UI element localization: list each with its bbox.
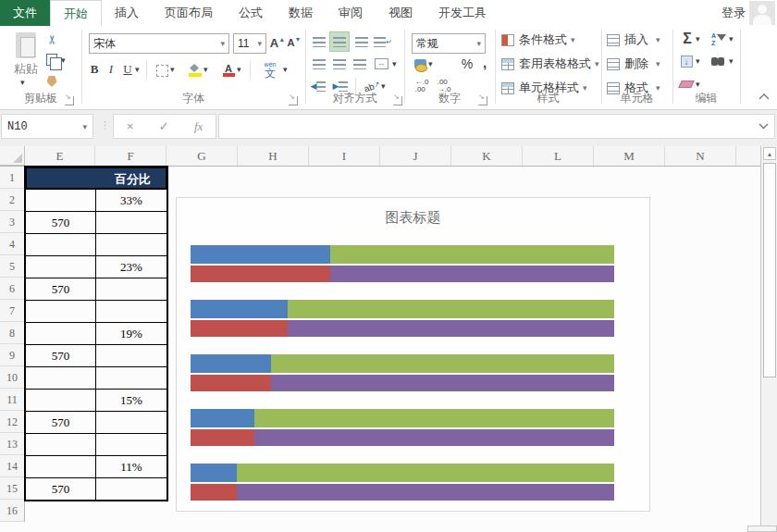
format-painter-button[interactable]	[43, 74, 61, 89]
bar-red-cat5[interactable]	[191, 484, 237, 501]
bar-green-cat4[interactable]	[254, 409, 614, 427]
font-name-combo[interactable]: 宋体▾	[89, 33, 229, 54]
formula-input[interactable]	[218, 114, 775, 139]
bar-blue-cat5[interactable]	[191, 464, 237, 482]
chart-title[interactable]: 图表标题	[177, 209, 649, 227]
row-header-11[interactable]: 11	[0, 389, 25, 411]
chart-object[interactable]: 图表标题	[176, 197, 650, 512]
column-header-K[interactable]: K	[451, 146, 523, 166]
phonetic-dropdown-arrow[interactable]: ▾	[283, 65, 288, 74]
bar-red-cat1[interactable]	[191, 266, 330, 282]
cell-E9[interactable]: 570	[25, 344, 96, 367]
accounting-format-button[interactable]	[413, 57, 427, 70]
column-header-M[interactable]: M	[594, 146, 665, 166]
cell-F2[interactable]: 33%	[95, 189, 167, 212]
merge-center-button[interactable]: ↔	[372, 56, 390, 72]
number-dialog-launcher[interactable]	[478, 96, 487, 105]
name-box-dropdown-arrow[interactable]: ▾	[82, 122, 87, 131]
bar-blue-cat1[interactable]	[191, 245, 330, 264]
fill-color-button[interactable]	[187, 62, 204, 79]
row-header-5[interactable]: 5	[0, 255, 25, 278]
sort-filter-button[interactable]: AZ	[709, 31, 729, 47]
cell-F4[interactable]	[95, 233, 167, 256]
tab-data[interactable]: 数据	[276, 0, 326, 26]
row-header-15[interactable]: 15	[0, 477, 25, 500]
row-header-16[interactable]: 16	[0, 500, 25, 522]
borders-button[interactable]	[154, 63, 170, 78]
cell-F12[interactable]	[95, 411, 167, 434]
scroll-up-arrow[interactable]: ▲	[763, 147, 776, 160]
bar-green-cat5[interactable]	[237, 464, 614, 482]
tab-formulas[interactable]: 公式	[226, 0, 276, 26]
paste-dropdown-arrow[interactable]: ▾	[20, 78, 25, 87]
bar-blue-cat4[interactable]	[191, 409, 254, 427]
row-header-2[interactable]: 2	[0, 189, 25, 211]
sign-in-link[interactable]: 登录	[722, 0, 746, 26]
sort-filter-dropdown-arrow[interactable]: ▾	[729, 34, 734, 43]
align-middle-button-selected[interactable]	[329, 31, 350, 52]
cell-E14[interactable]	[25, 455, 96, 478]
cell-E8[interactable]	[25, 322, 96, 345]
column-header-J[interactable]: J	[380, 146, 451, 166]
row-header-6[interactable]: 6	[0, 278, 25, 300]
cell-E7[interactable]	[25, 300, 96, 323]
cell-F7[interactable]	[95, 300, 167, 323]
tab-insert[interactable]: 插入	[102, 0, 152, 26]
merge-dropdown-arrow[interactable]: ▾	[392, 59, 397, 68]
bar-blue-cat2[interactable]	[191, 300, 288, 318]
find-dropdown-arrow[interactable]: ▾	[729, 56, 734, 66]
alignment-dialog-launcher[interactable]	[393, 96, 402, 105]
row-header-1[interactable]: 1	[0, 167, 25, 189]
cell-E12[interactable]: 570	[25, 411, 96, 434]
clipboard-dialog-launcher[interactable]	[65, 96, 74, 105]
bar-purple-cat5[interactable]	[237, 484, 614, 501]
bar-green-cat1[interactable]	[330, 245, 614, 264]
insert-cells-button[interactable]: 插入▾	[607, 31, 668, 48]
cell-F10[interactable]	[95, 366, 167, 390]
underline-button[interactable]: U	[120, 61, 135, 78]
tab-file[interactable]: 文件	[0, 0, 50, 26]
expand-formula-bar-chevron-icon[interactable]	[758, 123, 769, 130]
account-avatar-icon[interactable]	[749, 1, 775, 25]
cell-F13[interactable]	[95, 433, 167, 456]
format-as-table-button[interactable]: 套用表格格式▾	[501, 56, 599, 72]
fill-button[interactable]: ↓	[678, 54, 695, 68]
clear-dropdown-arrow[interactable]: ▾	[696, 80, 700, 89]
copy-dropdown-arrow[interactable]: ▾	[61, 56, 66, 65]
align-center-button[interactable]	[331, 56, 348, 72]
paste-button[interactable]	[7, 30, 44, 61]
row-header-14[interactable]: 14	[0, 455, 25, 477]
cell-F3[interactable]	[95, 211, 167, 234]
cell-F14[interactable]: 11%	[95, 455, 167, 478]
bar-purple-cat2[interactable]	[288, 320, 614, 337]
bar-red-cat2[interactable]	[191, 320, 288, 337]
cell-F8[interactable]: 19%	[95, 322, 167, 345]
tab-developer[interactable]: 开发工具	[426, 0, 500, 26]
row-header-3[interactable]: 3	[0, 211, 25, 233]
row-header-4[interactable]: 4	[0, 233, 25, 255]
wrap-text-button[interactable]: ↵	[374, 33, 392, 50]
cell-F5[interactable]: 23%	[95, 255, 167, 278]
align-left-button[interactable]	[311, 56, 327, 72]
number-format-dropdown-arrow[interactable]: ▾	[476, 39, 481, 48]
column-header-E[interactable]: E	[25, 146, 95, 166]
comma-style-button[interactable]: ,	[479, 54, 490, 70]
vertical-scrollbar-thumb[interactable]	[763, 163, 776, 377]
font-color-dropdown-arrow[interactable]: ▾	[237, 65, 241, 74]
cell-E2[interactable]	[25, 189, 96, 212]
row-header-10[interactable]: 10	[0, 366, 25, 389]
row-header-8[interactable]: 8	[0, 322, 25, 344]
row-header-9[interactable]: 9	[0, 344, 25, 366]
row-header-13[interactable]: 13	[0, 433, 25, 455]
cell-F11[interactable]: 15%	[95, 389, 167, 412]
grow-font-button[interactable]: A▲	[270, 33, 285, 52]
bar-blue-cat3[interactable]	[191, 354, 271, 373]
phonetic-guide-button[interactable]: wén 文	[259, 59, 281, 80]
insert-function-icon[interactable]: fx	[194, 119, 203, 134]
column-header-N[interactable]: N	[665, 146, 736, 166]
align-top-button[interactable]	[311, 33, 327, 50]
percent-style-button[interactable]: %	[459, 56, 475, 72]
find-select-button[interactable]	[709, 55, 727, 68]
cell-E11[interactable]	[25, 389, 96, 412]
table-header-cell[interactable]: 百分比	[25, 167, 167, 190]
